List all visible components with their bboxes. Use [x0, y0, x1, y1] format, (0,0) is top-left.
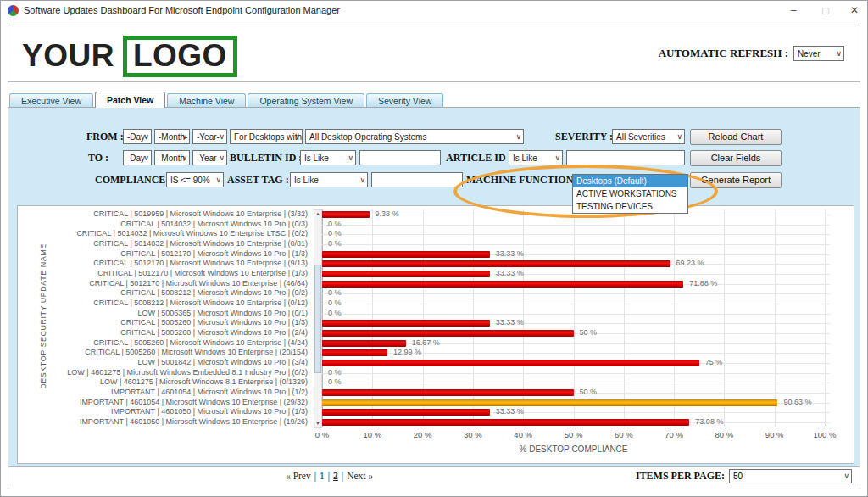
- category-label: CRITICAL | 5008212 | Microsoft Windows 1…: [18, 299, 308, 309]
- bar-value-label: 16.67 %: [412, 338, 440, 349]
- bar-row: 16.67 %: [322, 338, 825, 349]
- severity-select[interactable]: All Severities∨: [612, 129, 685, 144]
- pagination-separator: |: [328, 471, 330, 481]
- row-gridline: [322, 225, 830, 226]
- bulletin-id-input[interactable]: [359, 150, 441, 165]
- category-label: CRITICAL | 5014032 | Microsoft Windows 1…: [18, 239, 308, 249]
- compliance-label: COMPLIANCE :: [95, 172, 171, 187]
- row-gridline: [322, 314, 830, 315]
- x-tick-label: 40 %: [514, 430, 532, 439]
- bar-value-label: 0 %: [328, 229, 342, 239]
- bar-value-label: 0 %: [328, 377, 342, 388]
- automatic-refresh-select[interactable]: Never ∨: [793, 46, 844, 61]
- bar-value-label: 75 %: [705, 358, 723, 368]
- category-label: IMPORTANT | 4601050 | Microsoft Windows …: [18, 407, 308, 417]
- bar-value-label: 71.88 %: [689, 279, 717, 289]
- bar: [322, 389, 574, 396]
- chart-category-labels: CRITICAL | 5019959 | Microsoft Windows 1…: [18, 209, 308, 427]
- article-id-operator-select[interactable]: Is Like∨: [509, 150, 563, 165]
- scroll-up-arrow-icon[interactable]: ▲: [314, 210, 321, 218]
- category-label: LOW | 5001842 | Microsoft Windows 10 Pro…: [18, 358, 308, 368]
- pagination-page-1[interactable]: 1: [320, 471, 325, 481]
- row-gridline: [322, 383, 830, 383]
- machine-function-option[interactable]: Desktops (Default): [573, 175, 687, 187]
- bar-row: 50 %: [322, 328, 825, 338]
- x-axis-title: % DESKTOP COMPLIANCE: [322, 444, 825, 454]
- to-year-select[interactable]: -Year-∨: [192, 150, 227, 165]
- chevron-down-icon: ∨: [359, 176, 365, 184]
- x-tick-label: 70 %: [665, 430, 683, 439]
- category-label: IMPORTANT | 4601050 | Microsoft Windows …: [18, 417, 308, 427]
- machine-function-list: Desktops (Default)ACTIVE WORKSTATIONSTES…: [572, 174, 688, 214]
- items-per-page-select[interactable]: 50 ∨: [729, 469, 852, 483]
- from-label: FROM :: [86, 129, 124, 144]
- category-label: CRITICAL | 5005260 | Microsoft Windows 1…: [18, 318, 308, 328]
- category-label: CRITICAL | 5012170 | Microsoft Windows 1…: [18, 269, 308, 279]
- from-month-select[interactable]: -Month-∨: [154, 129, 190, 144]
- bar: [322, 360, 699, 366]
- chevron-down-icon: ∨: [294, 132, 300, 141]
- clear-fields-button[interactable]: Clear Fields: [690, 150, 782, 166]
- minimize-button[interactable]: –: [781, 1, 806, 20]
- title-bar: Software Updates Dashboard For Microsoft…: [1, 1, 867, 20]
- operating-system-select[interactable]: All Desktop Operating Systems∨: [305, 129, 524, 144]
- tab-operating-system-view[interactable]: Operating System View: [248, 93, 364, 107]
- window-title: Software Updates Dashboard For Microsoft…: [24, 5, 340, 15]
- maximize-button[interactable]: ▢: [813, 1, 838, 20]
- bar-value-label: 0 %: [328, 220, 342, 230]
- compliance-select[interactable]: IS <= 90%∨: [166, 172, 224, 187]
- bar-value-label: 0 %: [328, 299, 342, 309]
- pagination-page-2[interactable]: 2: [333, 471, 338, 481]
- tab-machine-view[interactable]: Machine View: [167, 93, 246, 107]
- tab-patch-view[interactable]: Patch View: [95, 92, 165, 108]
- bar-row: 75 %: [322, 358, 825, 368]
- machine-function-option[interactable]: TESTING DEVICES: [573, 200, 687, 213]
- bar-row: 12.99 %: [322, 348, 825, 358]
- scroll-down-arrow-icon[interactable]: ▼: [314, 420, 321, 427]
- bar: [322, 409, 490, 416]
- bar-value-label: 33.33 %: [496, 249, 524, 260]
- asset-tag-operator-select[interactable]: Is Like∨: [290, 172, 368, 187]
- bar: [322, 251, 490, 258]
- tab-executive-view[interactable]: Executive View: [9, 93, 93, 107]
- to-day-select[interactable]: -Day-∨: [123, 150, 152, 165]
- scrollbar-thumb[interactable]: [314, 265, 321, 373]
- from-year-select[interactable]: -Year-∨: [192, 129, 227, 144]
- tab-severity-view[interactable]: Severity View: [366, 93, 443, 107]
- row-gridline: [322, 304, 830, 304]
- chart-vertical-scrollbar[interactable]: ▲ ▼: [314, 209, 322, 428]
- bar-value-label: 50 %: [580, 328, 598, 338]
- chevron-down-icon: ∨: [515, 132, 521, 141]
- automatic-refresh-label: AUTOMATIC REFRESH :: [659, 47, 788, 60]
- x-tick-label: 60 %: [615, 430, 633, 439]
- filter-and-chart-panel: FROM : -Day-∨ -Month-∨ -Year-∨ For Deskt…: [8, 108, 860, 467]
- bar-row: 0 %: [322, 377, 825, 388]
- chevron-down-icon: ∨: [181, 132, 187, 141]
- scope-select[interactable]: For Desktops with∨: [230, 129, 303, 144]
- bar-row: 71.88 %: [322, 279, 825, 289]
- category-label: CRITICAL | 5014032 | Microsoft Windows 1…: [18, 229, 308, 239]
- close-button[interactable]: ✕: [842, 1, 867, 20]
- bar: [322, 349, 387, 356]
- pagination-next[interactable]: Next »: [347, 471, 373, 481]
- bar-value-label: 12.99 %: [393, 348, 421, 358]
- bar-value-label: 0 %: [328, 309, 342, 319]
- bar-value-label: 0 %: [328, 288, 342, 299]
- chevron-down-icon: ∨: [348, 154, 353, 162]
- bar: [322, 260, 670, 267]
- bulletin-id-operator-select[interactable]: Is Like∨: [300, 150, 356, 165]
- header-bar: YOUR LOGO AUTOMATIC REFRESH : Never ∨: [8, 25, 860, 82]
- to-month-select[interactable]: -Month-∨: [154, 150, 190, 165]
- bar-value-label: 0 %: [328, 239, 342, 249]
- x-tick-label: 30 %: [464, 430, 482, 439]
- machine-function-option[interactable]: ACTIVE WORKSTATIONS: [573, 187, 687, 200]
- pagination-prev[interactable]: « Prev: [286, 471, 311, 481]
- bar-row: 0 %: [322, 299, 825, 309]
- from-day-select[interactable]: -Day-∨: [123, 129, 152, 144]
- asset-tag-input[interactable]: [371, 172, 463, 187]
- pagination: « Prev|1|2|Next »: [286, 471, 373, 481]
- row-gridline: [322, 373, 830, 374]
- row-gridline: [322, 293, 830, 294]
- reload-chart-button[interactable]: Reload Chart: [690, 129, 782, 145]
- article-id-input[interactable]: [566, 150, 685, 165]
